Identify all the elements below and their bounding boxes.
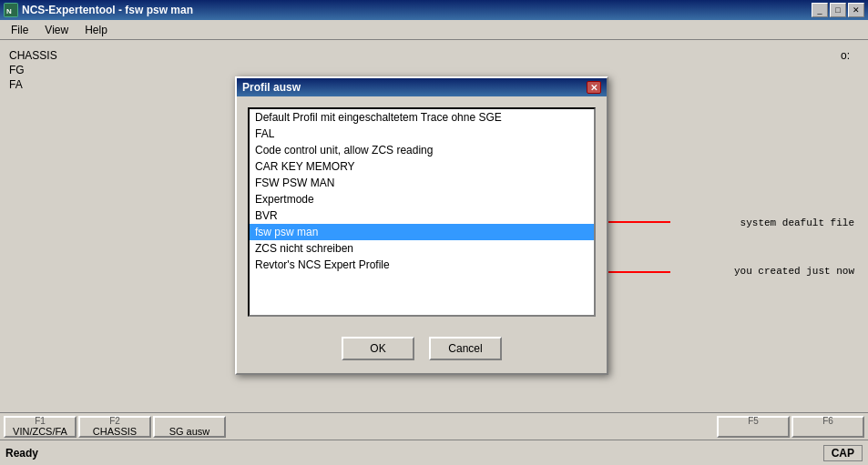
left-panel-labels: CHASSIS FG FA — [9, 49, 57, 91]
chassis-label: CHASSIS — [9, 49, 57, 62]
ok-button[interactable]: OK — [342, 337, 414, 360]
list-item[interactable]: FSW PSW MAN — [250, 175, 594, 191]
f5-key-label: F5 — [748, 416, 759, 426]
list-item[interactable]: Revtor's NCS Expert Profile — [250, 257, 594, 273]
title-bar: N NCS-Expertentool - fsw psw man _ □ ✕ — [0, 0, 868, 20]
f2-btn-label: CHASSIS — [93, 426, 137, 437]
svg-text:N: N — [6, 7, 12, 15]
f2-key-label: F2 — [109, 416, 120, 426]
toolbar-btn-f6[interactable]: F6 — [791, 416, 864, 438]
f1-btn-label: VIN/ZCS/FA — [13, 426, 67, 437]
dialog-body: Default Profil mit eingeschaltetem Trace… — [237, 96, 607, 328]
list-item[interactable]: Expertmode — [250, 191, 594, 207]
fg-label: FG — [9, 64, 57, 76]
f6-key-label: F6 — [822, 416, 833, 426]
list-item[interactable]: Code control unit, allow ZCS reading — [250, 142, 594, 158]
f1-key-label: F1 — [35, 416, 46, 426]
toolbar-btn-f1[interactable]: F1 VIN/ZCS/FA — [4, 416, 77, 438]
toolbar-btn-f2[interactable]: F2 CHASSIS — [78, 416, 151, 438]
fa-label: FA — [9, 78, 57, 91]
menu-help[interactable]: Help — [77, 22, 115, 38]
dialog-title: Profil ausw — [242, 81, 301, 94]
maximize-button[interactable]: □ — [830, 3, 846, 17]
profile-dialog: Profil ausw ✕ Default Profil mit eingesc… — [235, 76, 608, 375]
window-controls: _ □ ✕ — [812, 3, 864, 17]
profile-list[interactable]: Default Profil mit eingeschaltetem Trace… — [248, 107, 596, 317]
status-text: Ready — [5, 447, 823, 460]
bottom-toolbar: F1 VIN/ZCS/FA F2 CHASSIS SG ausw F5 F6 — [0, 412, 868, 440]
sg-key-label — [189, 416, 191, 426]
dialog-title-bar: Profil ausw ✕ — [237, 78, 607, 96]
app-title: NCS-Expertentool - fsw psw man — [22, 4, 808, 16]
dialog-buttons: OK Cancel — [237, 328, 607, 373]
menu-file[interactable]: File — [4, 22, 36, 38]
list-item[interactable]: CAR KEY MEMORY — [250, 158, 594, 175]
list-item[interactable]: BVR — [250, 207, 594, 224]
cap-indicator: CAP — [823, 445, 863, 461]
f6-btn-label — [826, 426, 829, 437]
app-icon: N — [4, 3, 18, 17]
close-button[interactable]: ✕ — [848, 3, 864, 17]
list-item[interactable]: Default Profil mit eingeschaltetem Trace… — [250, 109, 594, 126]
right-label: o: — [841, 49, 850, 62]
minimize-button[interactable]: _ — [812, 3, 828, 17]
list-item[interactable]: FAL — [250, 126, 594, 142]
list-item[interactable]: fsw psw man — [250, 224, 594, 240]
toolbar-btn-sg[interactable]: SG ausw — [153, 416, 226, 438]
annotation-system: system deafult file — [740, 217, 854, 228]
toolbar-btn-f5[interactable]: F5 — [717, 416, 790, 438]
sg-btn-label: SG ausw — [169, 426, 210, 437]
status-bar: Ready CAP — [0, 440, 868, 465]
menu-view[interactable]: View — [37, 22, 76, 38]
cancel-button[interactable]: Cancel — [429, 337, 502, 360]
menu-bar: File View Help — [0, 20, 868, 40]
dialog-close-button[interactable]: ✕ — [587, 81, 601, 94]
annotation-created: you created just now — [734, 266, 854, 277]
f5-btn-label — [751, 426, 754, 437]
list-item[interactable]: ZCS nicht schreiben — [250, 240, 594, 257]
